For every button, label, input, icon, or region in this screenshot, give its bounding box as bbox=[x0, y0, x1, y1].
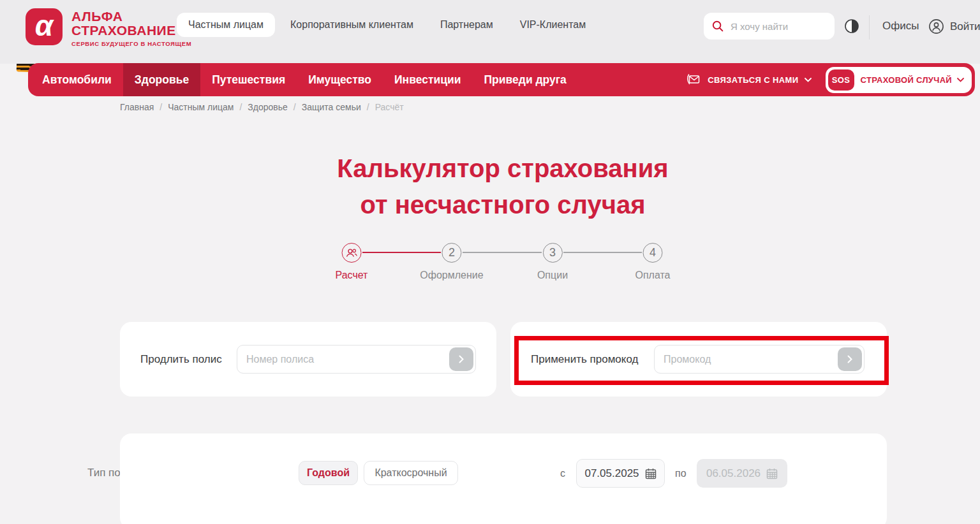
chevron-down-icon bbox=[957, 78, 964, 82]
calendar-icon bbox=[645, 468, 657, 479]
login-label: Войти bbox=[950, 20, 980, 33]
step-connector bbox=[463, 252, 542, 253]
contrast-icon bbox=[844, 18, 859, 34]
date-from-field[interactable]: 07.05.2025 bbox=[576, 459, 665, 488]
nav-item-investments[interactable]: Инвестиции bbox=[383, 63, 473, 96]
step-calculation[interactable]: Расчет bbox=[336, 243, 368, 281]
policy-number-input[interactable] bbox=[237, 354, 449, 365]
user-icon bbox=[928, 18, 944, 34]
chevron-right-icon bbox=[459, 355, 464, 363]
step-label-options: Опции bbox=[537, 270, 568, 281]
login-button[interactable]: Войти bbox=[928, 18, 980, 34]
page-title-line2: от несчастного случая bbox=[0, 187, 980, 223]
brand-line2: СТРАХОВАНИЕ bbox=[71, 24, 191, 38]
crumb-home[interactable]: Главная bbox=[120, 102, 154, 112]
nav-spacer bbox=[578, 63, 686, 96]
promo-code-field bbox=[654, 345, 865, 374]
header-divider bbox=[869, 15, 870, 40]
promo-code-submit-button[interactable] bbox=[838, 347, 862, 371]
date-to-value: 06.05.2026 bbox=[706, 467, 761, 480]
product-nav: Автомобили Здоровье Путешествия Имуществ… bbox=[28, 63, 975, 96]
crumb-separator: / bbox=[367, 102, 369, 112]
tab-corporate-clients[interactable]: Корпоративным клиентам bbox=[279, 13, 425, 37]
search-icon bbox=[711, 20, 724, 33]
contact-us-label: СВЯЗАТЬСЯ С НАМИ bbox=[708, 75, 798, 85]
sos-badge: SOS bbox=[828, 69, 854, 91]
contact-envelope-icon bbox=[686, 73, 702, 87]
contact-us-button[interactable]: СВЯЗАТЬСЯ С НАМИ bbox=[686, 63, 811, 96]
date-to-label: по bbox=[675, 468, 687, 479]
step-label-payment: Оплата bbox=[635, 270, 670, 281]
nav-item-auto[interactable]: Автомобили bbox=[31, 63, 123, 96]
sos-label: СТРАХОВОЙ СЛУЧАЙ bbox=[861, 75, 952, 85]
policy-type-short-term-button[interactable]: Краткосрочный bbox=[364, 461, 458, 485]
alpha-logo-icon: α bbox=[26, 8, 63, 45]
nav-item-health[interactable]: Здоровье bbox=[123, 63, 200, 96]
step-label-registration: Оформление bbox=[420, 270, 483, 281]
nav-item-property[interactable]: Имущество bbox=[297, 63, 383, 96]
person-group-icon bbox=[345, 248, 357, 258]
step-payment: 4 Оплата bbox=[635, 243, 670, 281]
renew-policy-card: Продлить полис bbox=[120, 322, 496, 397]
crumb-private[interactable]: Частным лицам bbox=[168, 102, 234, 112]
tab-private-clients[interactable]: Частным лицам bbox=[177, 13, 275, 37]
step-circle-3: 3 bbox=[543, 243, 563, 263]
policy-number-submit-button[interactable] bbox=[449, 347, 473, 371]
policy-number-field bbox=[237, 345, 476, 374]
tab-vip-clients[interactable]: VIP-Клиентам bbox=[509, 13, 598, 37]
crumb-health[interactable]: Здоровье bbox=[248, 102, 288, 112]
step-label-calculation: Расчет bbox=[336, 270, 368, 281]
step-connector bbox=[563, 252, 642, 253]
crumb-calculation: Расчёт bbox=[375, 102, 404, 112]
step-options: 3 Опции bbox=[537, 243, 568, 281]
crumb-separator: / bbox=[293, 102, 296, 112]
chevron-down-icon bbox=[805, 78, 812, 82]
step-registration: 2 Оформление bbox=[420, 243, 483, 281]
chevron-right-icon bbox=[847, 355, 852, 363]
nav-item-referral[interactable]: Приведи друга bbox=[473, 63, 578, 96]
promo-code-input[interactable] bbox=[655, 354, 838, 365]
policy-type-yearly-button[interactable]: Годовой bbox=[299, 461, 358, 485]
tab-partners[interactable]: Партнерам bbox=[429, 13, 505, 37]
nav-item-travel[interactable]: Путешествия bbox=[200, 63, 297, 96]
step-circle-2: 2 bbox=[442, 243, 462, 263]
crumb-separator: / bbox=[239, 102, 242, 112]
brand-line1: АЛЬФА bbox=[71, 10, 191, 24]
brand-logo[interactable]: α АЛЬФА СТРАХОВАНИЕ СЕРВИС БУДУЩЕГО В НА… bbox=[26, 8, 191, 47]
offices-link[interactable]: Офисы bbox=[882, 20, 919, 33]
step-circle-1 bbox=[341, 243, 361, 263]
date-from-label: с bbox=[560, 468, 565, 479]
crumb-separator: / bbox=[160, 102, 162, 112]
page-title-line1: Калькулятор страхования bbox=[0, 150, 980, 187]
page: α АЛЬФА СТРАХОВАНИЕ СЕРВИС БУДУЩЕГО В НА… bbox=[0, 0, 980, 524]
promo-code-label: Применить промокод bbox=[531, 353, 638, 366]
breadcrumb: Главная / Частным лицам / Здоровье / Защ… bbox=[120, 102, 404, 112]
step-circle-4: 4 bbox=[642, 243, 662, 263]
site-search[interactable] bbox=[704, 13, 835, 40]
page-title: Калькулятор страхования от несчастного с… bbox=[0, 150, 980, 223]
brand-tagline: СЕРВИС БУДУЩЕГО В НАСТОЯЩЕМ bbox=[71, 40, 191, 47]
renew-policy-label: Продлить полис bbox=[140, 353, 222, 366]
crumb-family-protection[interactable]: Защита семьи bbox=[302, 102, 361, 112]
promo-code-card: Применить промокод bbox=[510, 322, 887, 397]
date-to-field: 06.05.2026 bbox=[697, 459, 787, 488]
calendar-icon bbox=[766, 468, 778, 479]
brand-logo-text: АЛЬФА СТРАХОВАНИЕ СЕРВИС БУДУЩЕГО В НАСТ… bbox=[71, 10, 191, 47]
search-input[interactable] bbox=[729, 20, 828, 33]
audience-tabs: Частным лицам Корпоративным клиентам Пар… bbox=[177, 13, 597, 37]
date-from-value: 07.05.2025 bbox=[584, 467, 639, 480]
contrast-toggle[interactable] bbox=[844, 18, 859, 36]
sos-insurance-case-button[interactable]: SOS СТРАХОВОЙ СЛУЧАЙ bbox=[826, 67, 972, 93]
